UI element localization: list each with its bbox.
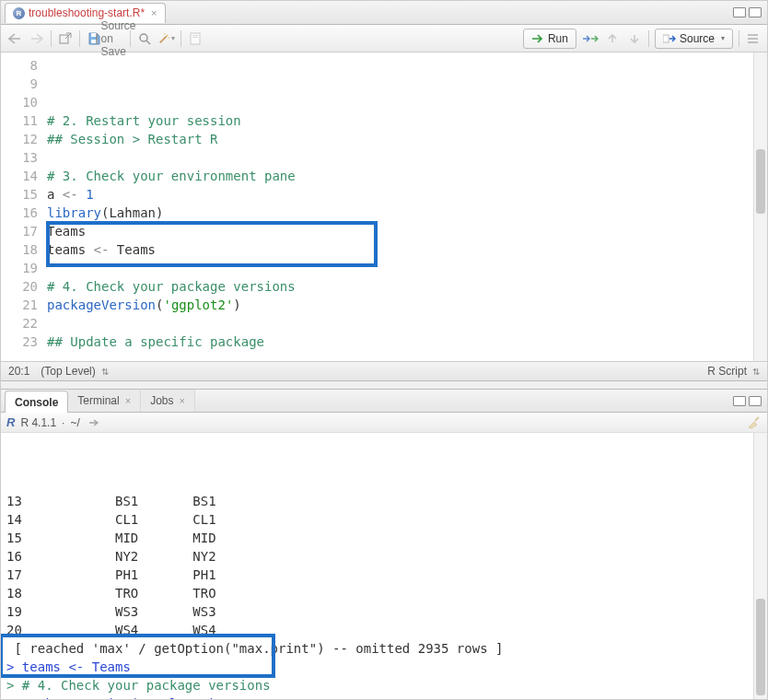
console-header: R R 4.1.1 · ~/ (1, 413, 767, 433)
svg-point-3 (140, 34, 147, 41)
cursor-position: 20:1 (8, 365, 29, 378)
svg-rect-8 (192, 35, 198, 36)
line-number: 13 (1, 148, 38, 167)
source-button[interactable]: Source ▾ (655, 29, 733, 49)
line-number: 16 (1, 204, 38, 222)
line-number: 12 (1, 130, 38, 148)
code-line[interactable] (47, 259, 753, 277)
line-number: 19 (1, 259, 38, 277)
outline-icon[interactable] (745, 30, 762, 47)
line-number: 8 (1, 56, 38, 75)
terminal-tab[interactable]: Terminal× (68, 390, 141, 412)
console-body[interactable]: 13 BS1 BS114 CL1 CL115 MID MID16 NY2 NY2… (1, 433, 767, 699)
report-icon[interactable] (187, 30, 204, 47)
section-down-icon[interactable] (626, 30, 643, 47)
console-line: [ reached 'max' / getOption("max.print")… (6, 639, 748, 658)
line-number: 23 (1, 332, 38, 351)
svg-point-5 (169, 37, 169, 38)
svg-rect-0 (60, 35, 68, 43)
console-line: 14 CL1 CL1 (6, 510, 748, 529)
find-icon[interactable] (136, 30, 153, 47)
line-number: 21 (1, 296, 38, 314)
console-line: 20 WS4 WS4 (6, 621, 748, 639)
code-line[interactable] (47, 351, 753, 361)
line-gutter: 891011121314151617181920212223 (1, 52, 47, 361)
console-tabrow: Console Terminal× Jobs× (1, 389, 767, 413)
nav-fwd-icon[interactable] (29, 30, 45, 47)
rerun-icon[interactable] (582, 30, 599, 47)
source-arrow-icon (663, 34, 676, 43)
code-line[interactable]: a <- 1 (47, 185, 753, 204)
line-number: 14 (1, 167, 38, 185)
editor-statusbar: 20:1 (Top Level) R Script (1, 361, 767, 381)
svg-point-4 (167, 34, 169, 36)
save-icon[interactable] (86, 30, 102, 47)
code-line[interactable]: # 4. Check your package versions (47, 277, 753, 296)
svg-point-6 (164, 33, 165, 34)
console-line: 18 TRO TRO (6, 584, 748, 602)
code-area[interactable]: # 2. Restart your session## Session > Re… (47, 52, 753, 361)
file-tab-name: troubleshooting-start.R* (29, 6, 145, 19)
r-file-icon: R (13, 7, 25, 19)
source-editor[interactable]: 891011121314151617181920212223 # 2. Rest… (1, 52, 767, 361)
line-number: 11 (1, 111, 38, 130)
code-line[interactable]: # 2. Restart your session (47, 111, 753, 130)
console-line: 16 NY2 NY2 (6, 547, 748, 566)
line-number: 18 (1, 240, 38, 259)
rstudio-window: R troubleshooting-start.R* × Source on S… (0, 0, 768, 700)
run-button[interactable]: Run (523, 29, 576, 49)
pane-window-controls[interactable] (733, 7, 767, 18)
console-scrollbar[interactable] (753, 433, 767, 699)
clear-console-icon[interactable] (745, 414, 762, 431)
line-number: 17 (1, 222, 38, 240)
console-text[interactable]: 13 BS1 BS114 CL1 CL115 MID MID16 NY2 NY2… (1, 433, 753, 699)
console-pane-controls[interactable] (733, 396, 767, 406)
code-section-selector[interactable]: (Top Level) (41, 365, 108, 378)
close-terminal-icon[interactable]: × (123, 395, 131, 406)
code-line[interactable] (47, 314, 753, 332)
console-line: 15 MID MID (6, 529, 748, 547)
line-number: 20 (1, 277, 38, 296)
file-tab[interactable]: R troubleshooting-start.R* × (5, 3, 166, 23)
code-line[interactable]: ## Update a specific package (47, 332, 753, 351)
line-number: 22 (1, 314, 38, 332)
line-number: 10 (1, 93, 38, 111)
filetype-selector[interactable]: R Script (707, 365, 760, 378)
go-to-dir-icon[interactable] (86, 414, 102, 431)
line-number: 9 (1, 75, 38, 93)
section-up-icon[interactable] (604, 30, 621, 47)
close-jobs-icon[interactable]: × (178, 395, 185, 406)
popout-icon[interactable] (57, 30, 74, 47)
line-number: 15 (1, 185, 38, 204)
console-line: > teams <- Teams (6, 658, 748, 676)
code-line[interactable]: packageVersion('ggplot2') (47, 296, 753, 314)
working-dir: ~/ (70, 416, 79, 429)
code-line[interactable]: library(Lahman) (47, 204, 753, 222)
r-logo-icon: R (6, 415, 15, 429)
close-tab-icon[interactable]: × (148, 7, 157, 18)
wand-icon[interactable]: ▾ (158, 30, 175, 47)
console-line: 13 BS1 BS1 (6, 492, 748, 510)
code-line[interactable]: # 3. Check your environment pane (47, 167, 753, 185)
console-line: > packageVersion('ggplot2') (6, 694, 748, 699)
source-on-save-toggle[interactable]: Source on Save (108, 30, 124, 47)
code-line[interactable]: ## Session > Restart R (47, 130, 753, 148)
nav-back-icon[interactable] (6, 30, 23, 47)
console-tab[interactable]: Console (5, 391, 68, 413)
jobs-tab[interactable]: Jobs× (141, 390, 195, 412)
svg-rect-10 (663, 35, 669, 42)
svg-rect-9 (192, 37, 198, 38)
code-line[interactable] (47, 148, 753, 167)
run-arrow-icon (531, 34, 544, 43)
code-line[interactable]: teams <- Teams (47, 240, 753, 259)
r-version: R 4.1.1 (20, 416, 56, 429)
editor-toolbar: Source on Save ▾ Run Source ▾ (1, 25, 767, 52)
code-line[interactable]: Teams (47, 222, 753, 240)
console-line: 19 WS3 WS3 (6, 602, 748, 621)
svg-rect-7 (191, 33, 200, 44)
console-line: 17 PH1 PH1 (6, 566, 748, 584)
console-line: > # 4. Check your package versions (6, 676, 748, 694)
editor-scrollbar[interactable] (753, 52, 767, 361)
pane-splitter[interactable] (1, 381, 767, 389)
